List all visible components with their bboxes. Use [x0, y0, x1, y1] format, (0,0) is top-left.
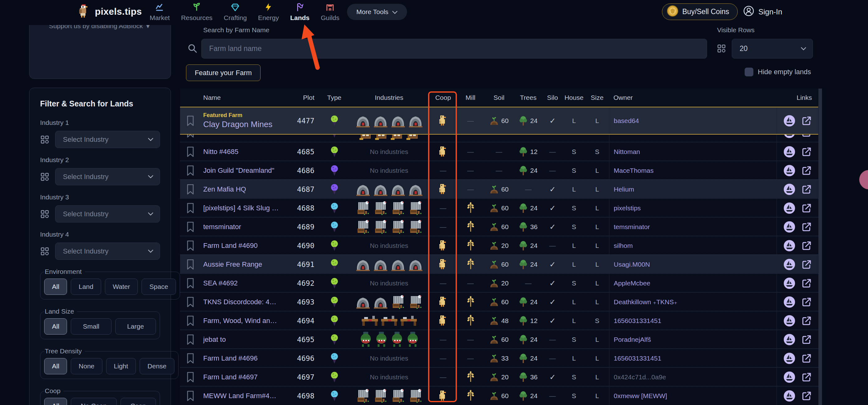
bookmark-icon[interactable] [180, 278, 200, 289]
filter-option-space[interactable]: Space [142, 278, 176, 295]
opensea-link-icon[interactable] [783, 221, 796, 233]
owner-link[interactable]: MaceThomas [609, 161, 777, 180]
owner-link[interactable]: 1656031331451 [609, 311, 777, 330]
farm-name-link[interactable]: Farm Land #4697 [203, 373, 279, 381]
table-row[interactable]: Farm Land #4690 4690 No industries 20 24… [180, 236, 818, 255]
filter-option-small[interactable]: Small [71, 318, 111, 335]
filter-option-none[interactable]: None [71, 358, 102, 374]
farm-name-link[interactable]: SEA #4692 [203, 279, 279, 287]
external-link-icon[interactable] [801, 372, 812, 382]
farm-name-link[interactable]: [pixelstips] 4 Silk Slug Hut… [203, 204, 279, 212]
grid-icon[interactable] [40, 209, 50, 219]
filter-option-land[interactable]: Land [71, 278, 101, 295]
owner-link[interactable]: Deathkillown ₊TKNS₊ [609, 293, 777, 311]
nav-item-market[interactable]: Market [150, 2, 170, 22]
bookmark-icon[interactable] [180, 115, 200, 126]
opensea-link-icon[interactable] [783, 239, 796, 252]
table-row[interactable]: [pixelstips] 4 Silk Slug Hut… 4688 — 60 … [180, 198, 818, 217]
farm-name-link[interactable]: temsminator [203, 223, 279, 231]
bookmark-icon[interactable] [180, 372, 200, 382]
opensea-link-icon[interactable] [783, 333, 796, 346]
external-link-icon[interactable] [801, 259, 812, 270]
owner-link[interactable]: based64 [609, 107, 777, 134]
external-link-icon[interactable] [801, 315, 812, 326]
owner-link[interactable]: PoradnejAlfš [609, 330, 777, 349]
filter-option-all[interactable]: All [44, 278, 67, 295]
nav-item-energy[interactable]: Energy [258, 2, 279, 22]
filter-option-water[interactable]: Water [105, 278, 138, 295]
table-row[interactable]: Nitto #4685 4685 No industries — — 12 — … [180, 142, 818, 161]
external-link-icon[interactable] [801, 115, 812, 126]
bookmark-icon[interactable] [180, 353, 200, 364]
farm-name-link[interactable]: Clay Dragon Mines [203, 120, 279, 129]
filter-option-no-coop[interactable]: No Coop [71, 398, 117, 405]
table-scrollbar[interactable] [818, 89, 822, 405]
opensea-link-icon[interactable] [783, 135, 796, 139]
opensea-link-icon[interactable] [783, 114, 796, 127]
bookmark-icon[interactable] [180, 315, 200, 326]
opensea-link-icon[interactable] [783, 352, 796, 365]
nav-item-lands[interactable]: Lands [290, 2, 310, 22]
owner-link[interactable]: Helium [609, 180, 777, 199]
farm-name-link[interactable]: Zen Mafia HQ [203, 185, 279, 194]
farm-name-link[interactable]: Nitto #4685 [203, 148, 279, 156]
table-row[interactable]: Featured Farm Clay Dragon Mines 4477 — 6… [180, 107, 818, 135]
external-link-icon[interactable] [801, 184, 812, 195]
farm-name-link[interactable]: Farm Land #4690 [203, 242, 279, 250]
buy-sell-coins-button[interactable]: Buy/Sell Coins [662, 3, 738, 20]
owner-link[interactable]: 0xmeww [MEWW] [609, 386, 777, 405]
opensea-link-icon[interactable] [783, 145, 796, 158]
bookmark-icon[interactable] [180, 240, 200, 251]
grid-icon[interactable] [40, 172, 50, 181]
nav-item-guilds[interactable]: Guilds [321, 2, 340, 22]
bookmark-icon[interactable] [180, 203, 200, 213]
industry-select-3[interactable]: Select Industry [55, 205, 160, 223]
filter-option-all[interactable]: All [44, 358, 67, 374]
opensea-link-icon[interactable] [783, 314, 796, 327]
opensea-link-icon[interactable] [783, 183, 796, 196]
grid-icon[interactable] [40, 135, 50, 144]
external-link-icon[interactable] [801, 203, 812, 213]
external-link-icon[interactable] [801, 165, 812, 176]
bookmark-icon[interactable] [180, 297, 200, 307]
column-header-industries[interactable]: Industries [349, 94, 429, 101]
external-link-icon[interactable] [801, 353, 812, 364]
owner-link[interactable]: 1656031331451 [609, 349, 777, 368]
table-row[interactable]: jebat to 4695 — — 60 24 — S L PoradnejAl… [180, 330, 818, 348]
table-row[interactable]: Farm, Wood, Wind and Ch… 4694 48 12 ✓ L … [180, 311, 818, 330]
opensea-link-icon[interactable] [783, 258, 796, 271]
hide-empty-checkbox[interactable] [745, 68, 753, 76]
table-row[interactable]: SEA #4692 4692 No industries — — 20 — ✓ … [180, 273, 818, 292]
hide-empty-lands-toggle[interactable]: Hide empty lands [745, 68, 811, 76]
column-header-silo[interactable]: Silo [542, 94, 563, 101]
sign-in-button[interactable]: Sign-In [743, 5, 782, 19]
external-link-icon[interactable] [801, 240, 812, 251]
bookmark-icon[interactable] [180, 184, 200, 195]
opensea-link-icon[interactable] [783, 277, 796, 290]
external-link-icon[interactable] [801, 297, 812, 307]
filter-option-large[interactable]: Large [115, 318, 156, 335]
farm-name-link[interactable]: Join Guild "Dreamland" [203, 167, 279, 175]
bookmark-icon[interactable] [180, 222, 200, 232]
filter-option-dense[interactable]: Dense [140, 358, 175, 374]
table-row-clipped[interactable] [180, 135, 818, 142]
farm-name-link[interactable]: Farm, Wood, Wind and Ch… [203, 317, 279, 325]
column-header-coop[interactable]: Coop [429, 94, 457, 101]
industry-select-4[interactable]: Select Industry [55, 242, 160, 260]
grid-view-icon[interactable] [717, 44, 726, 55]
column-header-soil[interactable]: Soil [484, 94, 514, 101]
column-header-type[interactable]: Type [319, 94, 349, 101]
table-row[interactable]: MEWW Land Farm#4698 4698 60 24 — S L 0xm… [180, 386, 818, 405]
table-row[interactable]: Farm Land #4696 4696 No industries — — 3… [180, 348, 818, 367]
owner-link[interactable]: Nittoman [609, 142, 777, 161]
grid-icon[interactable] [40, 247, 50, 256]
bookmark-icon[interactable] [180, 334, 200, 345]
industry-select-2[interactable]: Select Industry [55, 168, 160, 185]
bookmark-icon[interactable] [180, 165, 200, 176]
table-row[interactable]: temsminator 4689 — 60 36 ✓ S L temsminat… [180, 217, 818, 236]
visible-rows-select[interactable]: 20 [732, 39, 813, 59]
table-row[interactable]: Zen Mafia HQ 4687 — 60 — ✓ L L Helium [180, 179, 818, 198]
column-header-trees[interactable]: Trees [514, 94, 542, 101]
filter-option-light[interactable]: Light [106, 358, 136, 374]
nav-item-crafting[interactable]: Crafting [224, 2, 247, 22]
